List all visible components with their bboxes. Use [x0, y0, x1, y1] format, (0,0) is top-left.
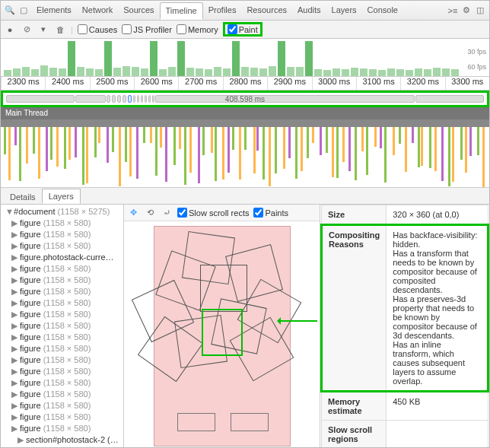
jsprofiler-checkbox[interactable]: JS Profiler [122, 24, 172, 34]
tab-resources[interactable]: Resources [241, 2, 292, 19]
tree-row[interactable]: ▶ figure (1158 × 580) [2, 309, 122, 320]
time-ruler: 2300 ms2400 ms2500 ms2600 ms2700 ms2800 … [1, 77, 489, 91]
tab-console[interactable]: Console [362, 2, 403, 19]
bottom-tabs: Details Layers [1, 188, 489, 205]
tab-profiles[interactable]: Profiles [203, 2, 242, 19]
tree-row[interactable]: ▶ figure (1158 × 580) [2, 263, 122, 275]
layers-canvas[interactable] [124, 221, 320, 448]
tree-row[interactable]: ▶ figure (1158 × 580) [2, 354, 122, 366]
tree-row[interactable]: ▶ figure (1158 × 580) [2, 423, 122, 434]
causes-checkbox[interactable]: Causes [78, 24, 117, 34]
tab-audits[interactable]: Audits [292, 2, 326, 19]
tab-sources[interactable]: Sources [118, 2, 159, 19]
dock-icon[interactable]: ◫ [474, 5, 486, 17]
tree-row[interactable]: ▶ figure (1158 × 580) [2, 286, 122, 297]
tree-row[interactable]: ▼ #document (1158 × 5275) [2, 206, 122, 218]
tab-timeline[interactable]: Timeline [160, 2, 203, 20]
tree-row[interactable]: ▶ figure.photostack-curre… [2, 252, 122, 263]
timeline-toolbar: ● ⊘ ▾ 🗑 | Causes JS Profiler Memory Pain… [1, 21, 489, 39]
tree-row[interactable]: ▶ section#photostack-2 (… [2, 434, 122, 446]
main-thread-header: Main Thread [1, 107, 489, 119]
overview-time: 408.598 ms [225, 95, 265, 103]
slowrects-checkbox[interactable]: Slow scroll rects [177, 208, 249, 218]
gc-icon[interactable]: 🗑 [54, 24, 66, 36]
prop-size-val: 320 × 360 (at 0,0) [387, 205, 488, 225]
layer-tree[interactable]: ▼ #document (1158 × 5275)▶ figure (1158 … [1, 205, 123, 448]
properties-panel: Size320 × 360 (at 0,0) Compositing Reaso… [320, 205, 489, 448]
tree-row[interactable]: ▶ figure (1158 × 580) [2, 218, 122, 229]
tree-row[interactable]: ▶ figure (1158 × 580) [2, 389, 122, 400]
tree-row[interactable]: ▶ figure (1158 × 580) [2, 411, 122, 423]
pan-icon[interactable]: ✥ [127, 207, 139, 219]
prop-mem-val: 450 KB [387, 392, 488, 421]
tree-row[interactable]: ▶ figure (1158 × 580) [2, 366, 122, 377]
prop-mem-key: Memory estimate [322, 392, 387, 421]
tree-row[interactable]: ▶ figure (1158 × 580) [2, 320, 122, 332]
tree-row[interactable]: ▶ figure (1158 × 580) [2, 332, 122, 343]
tab-layers[interactable]: Layers [42, 189, 81, 204]
prop-cr-val: Has backface-visibility: hidden. Has a t… [387, 225, 488, 392]
overview-strip[interactable]: 408.598 ms [1, 91, 489, 107]
selected-layer[interactable] [202, 309, 243, 356]
tab-network[interactable]: Network [77, 2, 118, 19]
tree-row[interactable]: ▶ figure (1158 × 580) [2, 275, 122, 286]
reset-icon[interactable]: ⤾ [161, 207, 173, 219]
tree-row[interactable]: ▶ figure (1158 × 580) [2, 343, 122, 354]
prop-size-key: Size [322, 205, 387, 225]
tab-elements[interactable]: Elements [31, 2, 77, 19]
main-toolbar: 🔍 ▢ ElementsNetworkSourcesTimelineProfil… [1, 1, 489, 21]
tree-row[interactable]: ▶ figure (1158 × 580) [2, 229, 122, 240]
tree-row[interactable]: ▶ figure (1158 × 580) [2, 400, 122, 411]
prop-scr-key: Slow scroll regions [322, 421, 387, 449]
settings-icon[interactable]: ⚙ [460, 5, 473, 17]
drawer-icon[interactable]: >≡ [447, 5, 459, 17]
tree-row[interactable]: ▶ figure (1158 × 580) [2, 297, 122, 309]
clear-icon[interactable]: ⊘ [21, 24, 33, 36]
layers-toolbar: ✥ ⟲ ⤾ Slow scroll rects Paints [124, 205, 320, 221]
search-icon[interactable]: 🔍 [4, 5, 16, 17]
fps-chart[interactable]: 30 fps 60 fps [1, 39, 489, 77]
paint-checkbox[interactable]: Paint [223, 22, 262, 37]
tab-layers[interactable]: Layers [326, 2, 362, 19]
rotate-icon[interactable]: ⟲ [144, 207, 156, 219]
memory-checkbox[interactable]: Memory [177, 24, 218, 34]
tree-row[interactable]: ▶ figure (1158 × 580) [2, 377, 122, 389]
tree-row[interactable]: ▶ figure (1158 × 580) [2, 240, 122, 252]
tab-details[interactable]: Details [4, 190, 42, 204]
prop-cr-key: Compositing Reasons [322, 225, 387, 392]
prop-scr-val [387, 421, 488, 449]
paints-checkbox[interactable]: Paints [253, 208, 288, 218]
flame-chart[interactable] [1, 119, 489, 188]
record-icon[interactable]: ● [4, 24, 16, 36]
device-icon[interactable]: ▢ [18, 5, 30, 17]
filter-icon[interactable]: ▾ [37, 24, 49, 36]
